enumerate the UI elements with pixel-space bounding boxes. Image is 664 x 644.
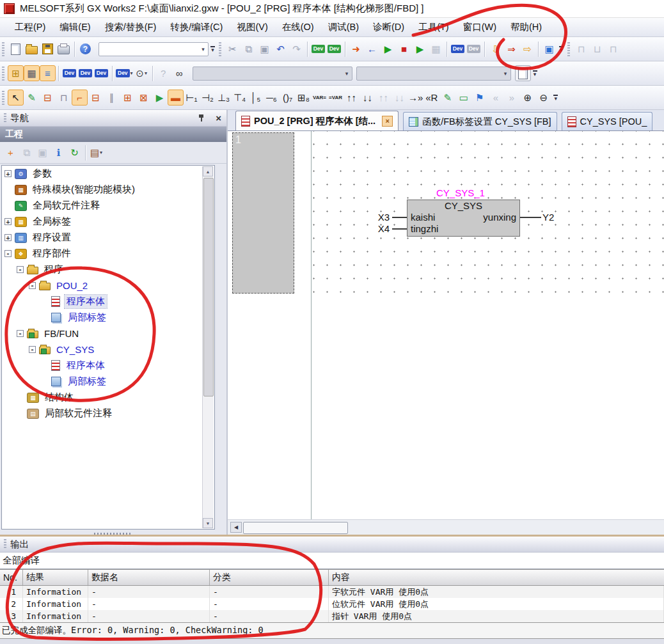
data-property-icon[interactable]: ℹ	[51, 145, 67, 161]
device-search-icon[interactable]: ⊙▾	[134, 65, 150, 81]
delete-row-icon[interactable]: ⊞	[120, 90, 136, 106]
copy-icon[interactable]: ⧉	[241, 41, 257, 57]
close-icon[interactable]: ×	[216, 113, 221, 123]
tree-item-cy-sys[interactable]: -CY_SYS	[2, 342, 214, 357]
collapse-icon[interactable]: -	[4, 250, 12, 257]
menu-convert-compile[interactable]: 转换/编译(C)	[163, 19, 230, 36]
device-monitor-icon[interactable]: Dev	[450, 41, 466, 57]
new-data-icon[interactable]: +	[3, 145, 19, 161]
tab-fb-label-setting[interactable]: 函数/FB标签设置 CY_SYS [FB]	[403, 112, 557, 130]
fbd-input-pin-kaishi[interactable]: kaishi	[411, 212, 435, 223]
comment-box-icon[interactable]: ▭	[455, 90, 471, 106]
paste-icon[interactable]: ▣	[257, 41, 273, 57]
tree-item-local-device-comment[interactable]: ▤局部软元件注释	[2, 405, 214, 421]
menu-help[interactable]: 帮助(H)	[503, 19, 549, 36]
zoom-in-icon[interactable]: ⊕	[519, 90, 535, 106]
toolbar-overflow-icon[interactable]: ▾	[551, 90, 560, 106]
tab-close-icon[interactable]: ×	[382, 116, 393, 127]
tree-item-pou-2[interactable]: -POU_2	[2, 278, 214, 294]
pin-icon[interactable]	[198, 114, 205, 122]
expand-icon[interactable]: +	[4, 170, 12, 177]
skip-execution-icon[interactable]: ⊓	[605, 41, 621, 57]
return-icon[interactable]: «R	[423, 90, 439, 106]
menu-debug[interactable]: 调试(B)	[321, 19, 366, 36]
column-header-result[interactable]: 结果	[23, 570, 88, 585]
scrollbar-thumb[interactable]	[203, 178, 214, 397]
input-label-icon[interactable]: VAR=	[312, 90, 328, 106]
refresh-view-icon[interactable]: ↻	[67, 145, 83, 161]
horizontal-line-icon[interactable]: ─₆	[264, 90, 280, 106]
redo-icon[interactable]: ↷	[289, 41, 304, 57]
rebuild-all-icon[interactable]: ⇨	[519, 41, 535, 57]
comment-edit-icon[interactable]: ▶	[152, 90, 168, 106]
module-configuration-icon[interactable]: ▦	[24, 65, 40, 81]
help-icon[interactable]: ?	[77, 41, 93, 57]
menu-online[interactable]: 在线(O)	[275, 19, 321, 36]
copy-data-icon[interactable]: ⧉	[19, 145, 35, 161]
start-monitor-icon[interactable]: ▶	[412, 41, 428, 57]
interconnect-mode-icon[interactable]: ✎	[24, 90, 40, 106]
save-project-icon[interactable]	[40, 41, 56, 57]
jump-icon[interactable]: →»	[407, 90, 423, 106]
tree-scrollbar[interactable]: ▲ ▼	[202, 166, 214, 528]
scroll-left-icon[interactable]: ◀	[230, 522, 242, 533]
read-from-plc-icon[interactable]: Dev	[326, 41, 342, 57]
zoom-out-icon[interactable]: ⊖	[535, 90, 551, 106]
fbd-instance-name[interactable]: CY_SYS_1	[436, 187, 485, 198]
open-project-icon[interactable]	[24, 41, 40, 57]
tree-item-structured-data-types[interactable]: ▦结构体	[2, 389, 214, 405]
tree-item-cysys-local-label[interactable]: 局部标签	[2, 373, 214, 389]
parallel-branch-icon[interactable]: ⊟	[40, 90, 56, 106]
output-label-icon[interactable]: =VAR	[328, 90, 344, 106]
upload-from-module-icon[interactable]: ←	[364, 41, 380, 57]
window-select-combo-2[interactable]: ▾	[356, 67, 511, 81]
find-icon[interactable]: ∞	[171, 65, 187, 81]
fbd-function-block[interactable]: CY_SYS kaishi yunxing tingzhi	[407, 200, 520, 237]
output-table-row[interactable]: 3Information--指针 VAR用 使用0点	[0, 610, 664, 622]
scrollbar-thumb[interactable]	[243, 522, 348, 534]
toolbar-overflow-icon[interactable]: ▾	[557, 41, 565, 57]
online-program-change-icon[interactable]: ⇒	[503, 41, 519, 57]
menu-edit[interactable]: 编辑(E)	[52, 19, 97, 36]
wire-mode-icon[interactable]: ⌐	[72, 90, 88, 106]
horizontal-scrollbar[interactable]: ◀	[228, 519, 664, 535]
work-window-icon[interactable]: ≡	[40, 65, 56, 81]
download-to-module-icon[interactable]: ➜	[348, 41, 364, 57]
tree-item-global-device-comment[interactable]: ✎全局软元件注释	[2, 198, 214, 214]
rising-pulse-icon[interactable]: ↑↑	[344, 90, 360, 106]
tree-item-pou2-local-label[interactable]: 局部标签	[2, 310, 214, 326]
tree-item-parameter[interactable]: +⚙参数	[2, 166, 214, 182]
falling-pulse-icon[interactable]: ↓↓	[360, 90, 375, 106]
fbd-output-pin-yunxing[interactable]: yunxing	[483, 212, 516, 223]
open-branch-icon[interactable]: ⊥₃	[216, 90, 232, 106]
column-header-content[interactable]: 内容	[329, 570, 664, 585]
column-header-no[interactable]: No.	[0, 570, 23, 585]
tab-pou2-program-body[interactable]: POU_2 [PRG] 程序本体 [结...×	[235, 111, 399, 130]
toolbar-overflow-icon[interactable]: ▾	[209, 41, 217, 57]
menu-project[interactable]: 工程(P)	[8, 19, 52, 36]
device-find-icon[interactable]: Dev	[61, 65, 77, 81]
scroll-prev-icon[interactable]: «	[487, 90, 503, 106]
scroll-down-icon[interactable]: ▼	[203, 518, 213, 528]
device-batch-replace-icon[interactable]: Dev	[93, 65, 109, 81]
menu-view[interactable]: 视图(V)	[230, 19, 274, 36]
collapse-icon[interactable]: -	[29, 282, 36, 289]
tree-item-global-label[interactable]: +▦全局标签	[2, 214, 214, 230]
function-block-icon[interactable]: ⊞₈	[296, 90, 312, 106]
scroll-next-icon[interactable]: »	[503, 90, 519, 106]
panel-grip[interactable]	[4, 113, 6, 123]
print-icon[interactable]	[56, 41, 72, 57]
toolbar-grip[interactable]	[2, 67, 4, 81]
menu-find-replace[interactable]: 搜索/替换(F)	[98, 19, 164, 36]
column-header-category[interactable]: 分类	[210, 570, 329, 585]
build-icon[interactable]: ⇩	[487, 41, 503, 57]
monitor-mode-icon[interactable]: ▣	[541, 41, 557, 57]
menu-tools[interactable]: 工具(T)	[411, 19, 456, 36]
expand-icon[interactable]: +	[4, 234, 12, 241]
fbd-operand-x4[interactable]: X4	[369, 223, 390, 234]
menu-diagnostics[interactable]: 诊断(D)	[366, 19, 411, 36]
output-table-row[interactable]: 1Information--字软元件 VAR用 使用0点	[0, 586, 664, 598]
toolbar-overflow-icon[interactable]: ▾	[531, 65, 539, 81]
tree-item-special-module[interactable]: ▦特殊模块(智能功能模块)	[2, 182, 214, 198]
fbd-input-pin-tingzhi[interactable]: tingzhi	[411, 223, 438, 235]
